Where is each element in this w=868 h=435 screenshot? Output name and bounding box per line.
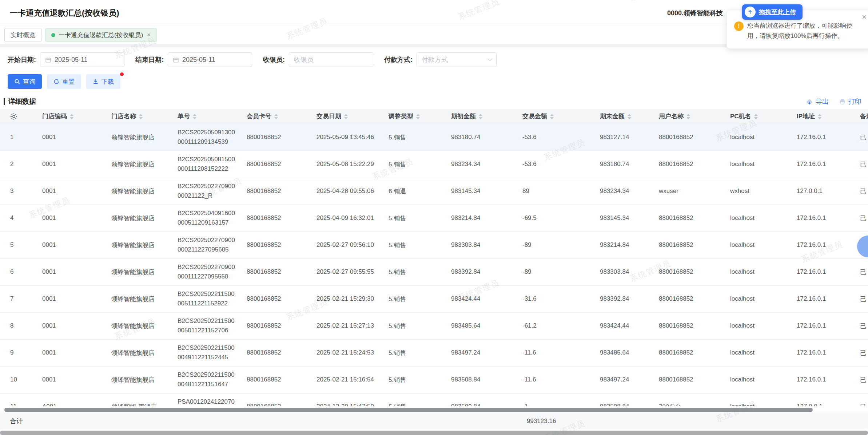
cell: 983497.24 — [594, 366, 653, 393]
data-table: 门店编码门店名称单号会员卡号交易日期调整类型期初金额交易金额期末金额用户名称PC… — [0, 109, 868, 406]
column-header[interactable]: 单号 — [172, 109, 241, 124]
end-date-filter: 结束日期: — [135, 52, 252, 67]
cell: 5 — [0, 232, 36, 258]
screen: 一卡通充值退款汇总(按收银员) 0000.领锋智能科技 实时概览 一卡通充值退款… — [0, 0, 868, 435]
column-header[interactable]: 会员卡号 — [241, 109, 311, 124]
cell: 127.0.0.1 — [791, 178, 854, 205]
table-horizontal-scrollbar[interactable] — [4, 408, 813, 412]
column-header[interactable]: 期初金额 — [445, 109, 517, 124]
sort-icon[interactable] — [139, 114, 143, 119]
column-header[interactable]: PC机名 — [724, 109, 791, 124]
table-header-row: 门店编码门店名称单号会员卡号交易日期调整类型期初金额交易金额期末金额用户名称PC… — [0, 109, 868, 124]
close-notification-icon[interactable]: × — [862, 12, 867, 22]
cell: 已 — [854, 178, 868, 205]
cell: 172.16.0.1 — [791, 232, 854, 258]
sort-icon[interactable] — [274, 114, 278, 119]
cell: 已 — [854, 339, 868, 366]
table-row[interactable]: 11A001领锋智能-麦湖店PSA00120241220702088001688… — [0, 393, 868, 406]
start-date-value[interactable] — [55, 56, 113, 64]
cell: localhost — [724, 205, 791, 232]
table-row[interactable]: 10001领锋智能旗舰店B2CS202505091300000111209134… — [0, 124, 868, 151]
column-header[interactable]: 门店编码 — [36, 109, 105, 124]
table-row[interactable]: 20001领锋智能旗舰店B2CS202505081500000111208152… — [0, 151, 868, 178]
cell: 172.16.0.1 — [791, 258, 854, 285]
section-header: 详细数据 导出 打印 — [0, 97, 868, 106]
column-header[interactable]: 调整类型 — [383, 109, 445, 124]
cell: 5.销售 — [383, 205, 445, 232]
cell: 已 — [854, 258, 868, 285]
cell: 2 — [0, 151, 36, 178]
cell: 172.16.0.1 — [791, 151, 854, 178]
sort-icon[interactable] — [686, 114, 690, 119]
tab-refund-summary[interactable]: 一卡通充值退款汇总(按收银员) × — [45, 28, 157, 42]
table-row[interactable]: 100001领锋智能旗舰店B2CS20250221150000481122115… — [0, 366, 868, 393]
upload-icon — [745, 7, 756, 17]
cashier-input[interactable] — [294, 56, 352, 64]
gear-icon — [10, 113, 17, 120]
end-date-input[interactable] — [168, 52, 252, 67]
cell: 领锋智能-麦湖店 — [105, 393, 172, 406]
cell: 2025-05-08 15:22:29 — [311, 151, 383, 178]
sort-icon[interactable] — [70, 114, 73, 119]
column-header[interactable]: 期末金额 — [594, 109, 653, 124]
sort-icon[interactable] — [193, 114, 196, 119]
cell: 5.销售 — [383, 366, 445, 393]
column-header[interactable]: IP地址 — [791, 109, 854, 124]
cell: B2CS202505091300000111209134539 — [172, 124, 241, 151]
end-date-value[interactable] — [182, 56, 240, 64]
table-row[interactable]: 40001领锋智能旗舰店B2CS202504091600000511209163… — [0, 205, 868, 232]
column-header[interactable]: 门店名称 — [105, 109, 172, 124]
sort-icon[interactable] — [754, 114, 758, 119]
cell: 已 — [854, 205, 868, 232]
close-tab-icon[interactable]: × — [147, 31, 151, 39]
table-row[interactable]: 70001领锋智能旗舰店B2CS202502211500005111221152… — [0, 285, 868, 312]
cell: 2025-02-27 09:56:10 — [311, 232, 383, 258]
table-row[interactable]: 50001领锋智能旗舰店B2CS202502270900000211227095… — [0, 232, 868, 258]
cell: 领锋智能旗舰店 — [105, 178, 172, 205]
user-menu[interactable]: 0000.领锋智能科技 — [667, 0, 730, 26]
payment-select[interactable]: 付款方式 — [417, 52, 497, 67]
column-header[interactable]: 交易日期 — [311, 109, 383, 124]
export-button[interactable]: 导出 — [806, 97, 829, 106]
column-label: 交易金额 — [522, 113, 547, 120]
cell: 8800168852 — [653, 232, 724, 258]
cell: 2025-02-21 15:24:53 — [311, 339, 383, 366]
download-button[interactable]: 下载 — [86, 74, 120, 89]
table-row[interactable]: 60001领锋智能旗舰店B2CS202502270900000111227095… — [0, 258, 868, 285]
sort-icon[interactable] — [550, 114, 554, 119]
cell: 已 — [854, 285, 868, 312]
start-date-label: 开始日期: — [8, 55, 36, 64]
cell: 702前台 — [653, 393, 724, 406]
sort-icon[interactable] — [416, 114, 420, 119]
sort-icon[interactable] — [818, 114, 821, 119]
table-row[interactable]: 30001领锋智能旗舰店B2CS20250227090000021122_R88… — [0, 178, 868, 205]
search-button[interactable]: 查询 — [8, 74, 42, 89]
cashier-input-box[interactable] — [289, 52, 373, 67]
column-header[interactable]: 备注 — [854, 109, 868, 124]
sort-icon[interactable] — [479, 114, 482, 119]
cell: 983508.84 — [445, 366, 517, 393]
column-label: 单号 — [178, 113, 190, 120]
cell: 5.销售 — [383, 151, 445, 178]
print-button[interactable]: 打印 — [839, 97, 861, 106]
cell: 172.16.0.1 — [791, 205, 854, 232]
column-header[interactable]: 用户名称 — [653, 109, 724, 124]
page-horizontal-scrollbar[interactable] — [0, 431, 868, 435]
cell: 6 — [0, 258, 36, 285]
column-header[interactable]: 交易金额 — [517, 109, 594, 124]
sort-icon[interactable] — [628, 114, 631, 119]
sort-icon[interactable] — [344, 114, 348, 119]
reset-button[interactable]: 重置 — [47, 74, 81, 89]
tab-realtime-overview[interactable]: 实时概览 — [4, 28, 41, 42]
cell: -69.5 — [517, 205, 594, 232]
cell: 8800168852 — [653, 258, 724, 285]
table-row[interactable]: 80001领锋智能旗舰店B2CS202502211500005011221152… — [0, 312, 868, 339]
start-date-input[interactable] — [40, 52, 124, 67]
cell: 领锋智能旗舰店 — [105, 285, 172, 312]
table-row[interactable]: 90001领锋智能旗舰店B2CS202502211500004911221152… — [0, 339, 868, 366]
cell: 已 — [854, 366, 868, 393]
printer-icon — [839, 98, 845, 105]
payment-placeholder: 付款方式 — [422, 55, 448, 64]
column-settings-button[interactable] — [0, 109, 36, 124]
upload-dropzone-button[interactable]: 拖拽至此上传 — [742, 4, 803, 20]
